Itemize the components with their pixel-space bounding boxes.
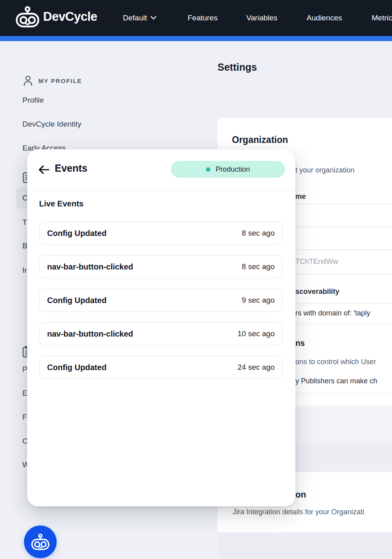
page-bottom-band	[218, 532, 392, 559]
sidebar-item-devcycle-identity[interactable]: DevCycle Identity	[22, 120, 81, 129]
environment-badge[interactable]: Production	[171, 161, 285, 178]
events-modal-header: Events Production	[27, 149, 295, 191]
permissions-heading-fragment: ns	[295, 339, 305, 348]
events-modal: Events Production Live Events Config Upd…	[27, 149, 295, 506]
events-modal-title: Events	[55, 163, 87, 174]
jira-card-description: Jira Integration details for your Organi…	[233, 508, 364, 516]
organization-card-title: Organization	[232, 135, 288, 145]
devcycle-robot-icon	[31, 533, 50, 551]
org-name-input-bottom-border	[294, 227, 392, 227]
app-window: DevCycle Default Features Variables Audi…	[0, 0, 392, 559]
organization-name-label-fragment: me	[295, 192, 306, 201]
top-navbar: DevCycle Default Features Variables Audi…	[0, 0, 392, 36]
event-row[interactable]: nav-bar-button-clicked 8 sec ago	[39, 255, 283, 278]
page-title: Settings	[218, 61, 257, 73]
event-time: 10 sec ago	[238, 329, 275, 338]
chevron-down-icon	[150, 16, 156, 20]
page-title-divider	[218, 91, 392, 91]
divider	[294, 303, 392, 304]
assistant-fab-button[interactable]	[24, 525, 57, 558]
event-row[interactable]: Config Updated 9 sec ago	[39, 289, 283, 312]
event-time: 8 sec ago	[242, 229, 275, 238]
jira-card-title-fragment: on	[295, 490, 306, 500]
event-row[interactable]: Config Updated 8 sec ago	[39, 222, 283, 245]
event-time: 8 sec ago	[242, 262, 275, 271]
back-arrow-icon	[38, 165, 50, 175]
nav-link-features[interactable]: Features	[188, 0, 218, 36]
event-name: nav-bar-button-clicked	[47, 329, 133, 339]
event-name: Config Updated	[47, 296, 107, 305]
project-selector[interactable]: Default	[123, 0, 156, 36]
org-id-input-bottom-border	[294, 274, 392, 274]
event-time: 9 sec ago	[242, 296, 275, 305]
brand[interactable]: DevCycle	[15, 5, 97, 28]
back-button[interactable]	[37, 163, 51, 177]
org-id-value-fragment: TChTEndWw	[295, 258, 338, 266]
domain-text-fragment: rs with domain of: 'taply	[295, 309, 370, 317]
modal-header-divider	[27, 191, 295, 191]
project-selector-label: Default	[123, 14, 147, 22]
event-name: Config Updated	[47, 363, 107, 372]
divider	[294, 393, 392, 394]
nav-link-variables[interactable]: Variables	[246, 0, 277, 36]
permissions-desc-fragment: ons to control which User	[295, 358, 376, 366]
accent-bar	[0, 36, 392, 41]
nav-link-metrics[interactable]: Metrics	[372, 0, 392, 36]
org-name-input-top-border[interactable]	[294, 204, 392, 204]
event-time: 24 sec ago	[238, 363, 275, 372]
organization-description-fragment: t your organization	[295, 166, 354, 174]
nav-link-audiences[interactable]: Audiences	[307, 0, 342, 36]
environment-dot-icon	[206, 167, 210, 172]
sidebar-item-p-partial[interactable]: P	[22, 365, 28, 374]
sidebar-item-profile[interactable]: Profile	[22, 96, 44, 105]
brand-name: DevCycle	[43, 10, 97, 24]
devcycle-robot-icon	[15, 5, 40, 28]
event-row[interactable]: Config Updated 24 sec ago	[39, 356, 283, 379]
publishers-text-fragment: y Publishers can make ch	[295, 377, 377, 385]
sidebar-item-billing-partial[interactable]: B	[22, 242, 28, 250]
divider	[294, 323, 392, 324]
event-row[interactable]: nav-bar-button-clicked 10 sec ago	[39, 322, 283, 345]
sidebar-item-team-partial[interactable]: T	[22, 218, 27, 227]
sidebar-item-f-partial[interactable]: F	[22, 413, 27, 422]
environment-badge-label: Production	[216, 165, 250, 174]
live-events-title: Live Events	[39, 199, 83, 208]
event-name: Config Updated	[47, 229, 107, 238]
person-icon	[23, 75, 33, 86]
org-id-input-top-border[interactable]	[294, 250, 392, 250]
sidebar-item-e-partial[interactable]: E	[22, 389, 28, 398]
discoverability-label-fragment: scoverability	[295, 287, 339, 296]
sidebar-section-header: MY PROFILE	[38, 77, 82, 84]
event-name: nav-bar-button-clicked	[47, 262, 133, 272]
sidebar-section-my-profile: MY PROFILE	[23, 75, 82, 86]
